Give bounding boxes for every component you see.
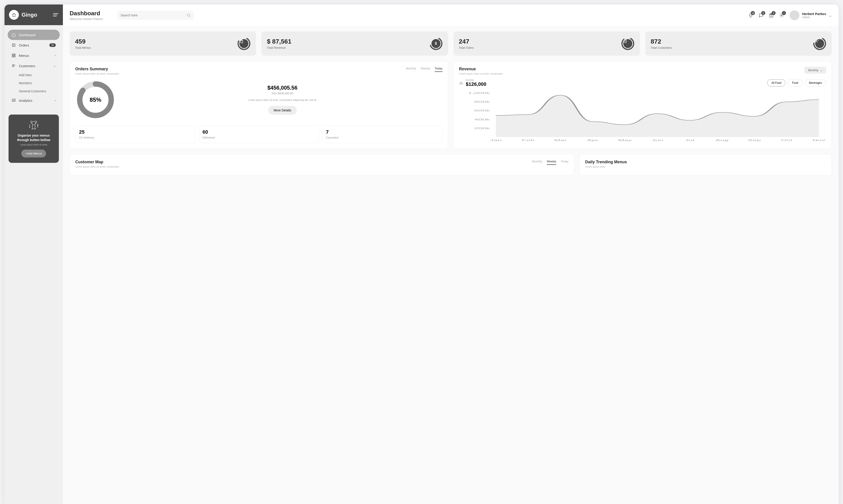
sidebar-item-label: Dashboard [19, 33, 35, 37]
sidebar-subitem-general[interactable]: General Customers [19, 87, 60, 95]
chef-icon [12, 120, 55, 131]
search-input[interactable] [118, 11, 194, 20]
svg-rect-3 [12, 56, 13, 57]
analytics-icon [12, 98, 16, 103]
page-title: Dashboard [70, 10, 103, 17]
stat-value: 247 [459, 38, 474, 45]
pill-food[interactable]: Food [788, 79, 802, 87]
tab-monthly[interactable]: Monthly [532, 160, 542, 165]
tab-today[interactable]: Today [435, 67, 443, 72]
stat-value: 459 [75, 38, 91, 45]
svg-rect-6 [12, 99, 15, 102]
messages-button[interactable]: 5 [758, 13, 764, 18]
gifts-button[interactable]: 2 [769, 13, 774, 18]
substat-delivered: 60 Delivered [199, 125, 319, 143]
substat-canceled: 7 Canceled [322, 125, 443, 143]
notifications-button[interactable]: 12 [748, 13, 753, 18]
card-subtitle: Lorem ipsum dolor sit amet, consectetur [75, 165, 119, 168]
receipt-icon [621, 37, 634, 50]
menu-toggle-icon[interactable] [53, 13, 58, 16]
chevron-right-icon: › [55, 54, 56, 57]
card-title: Daily Trending Menus [585, 160, 826, 164]
svg-text:600k: 600k [474, 109, 490, 112]
search-icon[interactable] [187, 13, 191, 17]
topbar: Dashboard Welcome Herbert Parkes! 12 5 [63, 4, 839, 26]
svg-text:Jun: Jun [651, 139, 663, 142]
income-value: $126,000 [466, 81, 486, 87]
brand-header: Gingo [4, 4, 63, 25]
grid-icon [12, 53, 16, 57]
sidebar-nav: Dashboard Orders 25 Menus › Customers ⌄ … [4, 25, 63, 110]
svg-rect-2 [14, 54, 15, 55]
svg-text:200k: 200k [474, 127, 490, 130]
promo-card: Organize your menus through button bello… [8, 114, 59, 163]
brand-name: Gingo [21, 12, 37, 18]
svg-rect-4 [14, 56, 15, 57]
svg-point-5 [13, 65, 14, 66]
substat-label: On Delivery [79, 136, 192, 139]
sidebar-subitem-members[interactable]: Members [19, 79, 60, 87]
sidebar-item-label: Customers [19, 64, 35, 68]
revenue-filter-pills: All Food Food Beverages [767, 79, 826, 87]
promo-title: Organize your menus through button bello… [12, 133, 55, 142]
card-title: Orders Summary [75, 67, 119, 71]
income-label: Income [466, 78, 486, 81]
svg-text:Feb: Feb [522, 139, 534, 142]
sidebar-item-analytics[interactable]: Analytics › [7, 95, 60, 106]
card-title: Revenue [459, 67, 503, 71]
stat-revenue: $ 87,561 Total Revenue $ [262, 32, 448, 56]
orders-badge: 25 [49, 43, 56, 47]
settings-button[interactable]: ! [779, 13, 784, 18]
svg-text:800k: 800k [474, 101, 490, 103]
more-details-button[interactable]: More Details [268, 106, 297, 115]
sidebar-item-dashboard[interactable]: Dashboard [7, 30, 60, 40]
sidebar-item-menus[interactable]: Menus › [7, 50, 60, 61]
customer-map-card: Customer Map Lorem ipsum dolor sit amet,… [70, 154, 574, 175]
avatar [790, 10, 800, 20]
substat-delivery: 25 On Delivery [75, 125, 196, 143]
sidebar-subitem-addnew[interactable]: Add New [19, 71, 60, 79]
add-menus-button[interactable]: +Add Menus [21, 149, 46, 158]
sidebar-item-customers[interactable]: Customers ⌄ [7, 61, 60, 71]
chevron-down-icon: ⌄ [820, 69, 823, 72]
menus-icon [237, 37, 251, 50]
card-subtitle: Lorem ipsum dolor sit amet, consectetur [75, 72, 119, 75]
tab-weekly[interactable]: Weekly [420, 67, 430, 72]
chevron-right-icon: › [55, 99, 56, 102]
bell-count: 12 [751, 11, 755, 15]
orders-desc: Lorem ipsum dolor sit amet, consectetur … [122, 98, 443, 102]
stat-value: 872 [651, 38, 672, 45]
stat-label: Total Revenue [267, 46, 291, 49]
orders-summary-card: Orders Summary Lorem ipsum dolor sit ame… [70, 61, 448, 149]
revenue-period-dropdown[interactable]: Monthly ⌄ [804, 67, 826, 74]
sidebar: Gingo Dashboard Orders 25 Menus › Custom… [4, 4, 63, 504]
tab-today[interactable]: Today [561, 160, 569, 165]
stat-label: Total Customers [651, 46, 672, 49]
substat-value: 7 [326, 129, 439, 135]
page-welcome: Welcome Herbert Parkes! [70, 17, 103, 21]
svg-text:Nov: Nov [812, 139, 825, 142]
user-menu[interactable]: Herbert Parkes Admin ⌄ [790, 10, 832, 20]
sidebar-item-label: Analytics [19, 98, 32, 103]
tab-weekly[interactable]: Weekly [547, 160, 556, 165]
brand-logo [9, 10, 19, 20]
chat-count: 5 [761, 11, 765, 15]
svg-point-10 [781, 15, 783, 16]
page-heading: Dashboard Welcome Herbert Parkes! [70, 10, 103, 21]
customers-icon [813, 37, 826, 50]
user-name: Herbert Parkes [802, 12, 826, 16]
pill-allfood[interactable]: All Food [767, 79, 786, 87]
pill-beverages[interactable]: Beverages [805, 79, 826, 87]
orders-donut-chart: 85% [75, 79, 116, 120]
sidebar-item-label: Menus [19, 54, 29, 57]
dropdown-label: Monthly [808, 69, 818, 72]
orders-substats: 25 On Delivery 60 Delivered 7 Canceled [75, 125, 443, 143]
revenue-card: Revenue Lorem ipsum dolor sit amet, cons… [453, 61, 832, 149]
stat-menus: 459 Total Menus [70, 32, 256, 56]
dollar-icon: $ [429, 37, 443, 50]
settings-count: ! [782, 11, 786, 15]
content: 459 Total Menus $ 87,561 Total Revenue [63, 26, 839, 504]
sidebar-item-orders[interactable]: Orders 25 [7, 40, 60, 50]
tab-monthly[interactable]: Monthly [406, 67, 416, 72]
stat-orders: 247 Total Oders [453, 32, 640, 56]
